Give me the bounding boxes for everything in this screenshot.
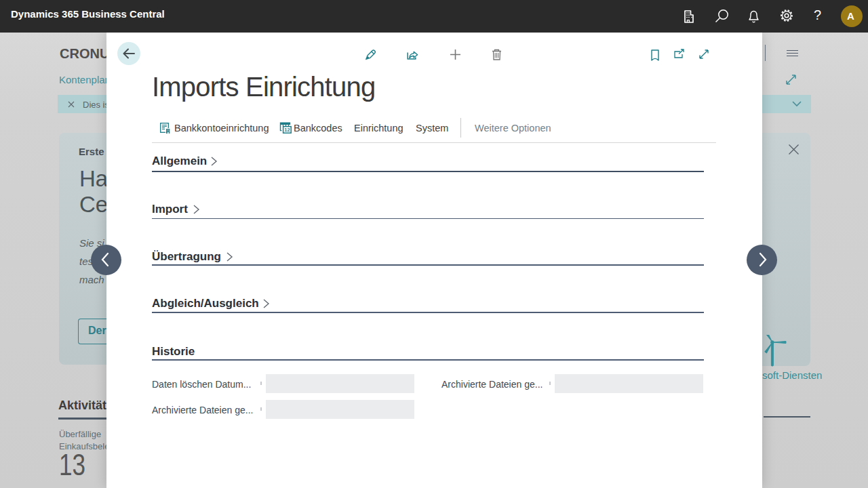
svg-text:12: 12 [284,127,290,133]
